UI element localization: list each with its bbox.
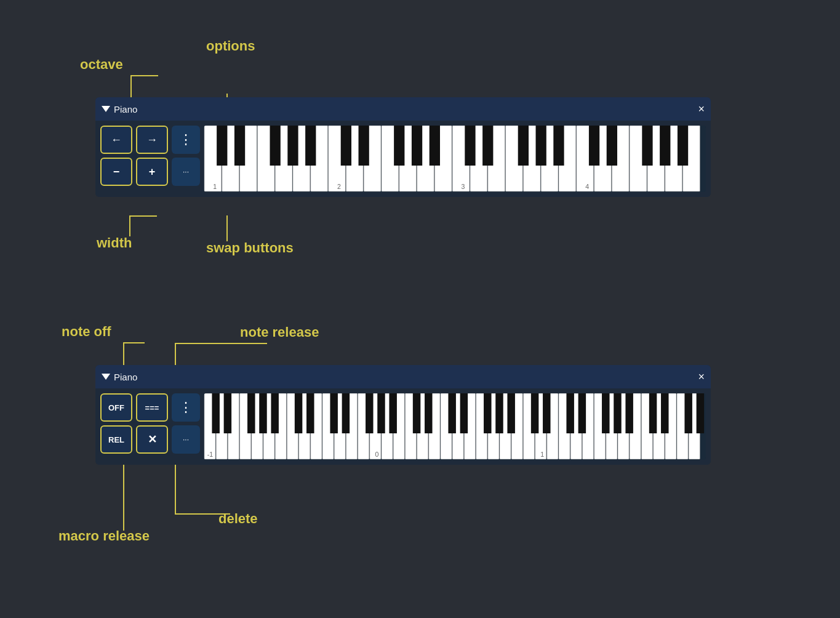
svg-rect-111 bbox=[460, 393, 468, 433]
svg-rect-124 bbox=[684, 393, 692, 433]
svg-rect-109 bbox=[425, 393, 432, 433]
width-ann-line-v bbox=[129, 215, 130, 236]
swap-buttons-annotation-label: swap buttons bbox=[206, 240, 294, 256]
note-off-ann-line-h bbox=[123, 342, 145, 343]
piano-svg-2: -1 0 1 bbox=[204, 393, 706, 460]
svg-rect-43 bbox=[553, 126, 564, 166]
svg-rect-35 bbox=[359, 126, 369, 166]
svg-rect-117 bbox=[566, 393, 574, 433]
note-off-annotation-label: note off bbox=[62, 324, 111, 340]
svg-rect-48 bbox=[678, 126, 688, 166]
piano-keyboard-2: -1 0 1 bbox=[204, 393, 706, 460]
svg-rect-104 bbox=[342, 393, 350, 433]
svg-rect-33 bbox=[305, 126, 316, 166]
close-button-1[interactable]: × bbox=[698, 103, 705, 114]
svg-rect-121 bbox=[625, 393, 633, 433]
svg-rect-99 bbox=[259, 393, 266, 433]
close-button-2[interactable]: × bbox=[698, 371, 705, 382]
note-off-btn-label: OFF bbox=[108, 403, 124, 412]
octave-left-button[interactable]: ← bbox=[100, 126, 132, 154]
width-minus-button[interactable]: − bbox=[100, 158, 132, 186]
svg-text:2: 2 bbox=[337, 183, 341, 190]
svg-rect-39 bbox=[465, 126, 475, 166]
controls-panel-2: OFF === ⋮ REL ✕ ··· bbox=[100, 393, 200, 460]
svg-rect-44 bbox=[589, 126, 599, 166]
octave-controls-row: ← → ⋮ bbox=[100, 126, 200, 154]
piano-body-1: ← → ⋮ − + ··· /* inline SVG content */ bbox=[95, 121, 711, 197]
macro-release-annotation-label: macro release bbox=[58, 528, 150, 544]
svg-rect-47 bbox=[660, 126, 670, 166]
width-ann-line-h bbox=[129, 215, 157, 217]
svg-rect-40 bbox=[482, 126, 493, 166]
svg-text:0: 0 bbox=[375, 451, 378, 458]
svg-rect-41 bbox=[518, 126, 529, 166]
svg-rect-123 bbox=[661, 393, 668, 433]
piano-header-2: Piano × bbox=[95, 365, 711, 388]
piano-header-1: Piano × bbox=[95, 97, 711, 121]
width-annotation-label: width bbox=[97, 235, 132, 251]
svg-rect-31 bbox=[270, 126, 281, 166]
svg-rect-122 bbox=[649, 393, 657, 433]
svg-rect-98 bbox=[247, 393, 255, 433]
delete-button[interactable]: ✕ bbox=[136, 425, 168, 454]
options-button-2[interactable]: ⋮ bbox=[172, 393, 200, 422]
svg-rect-114 bbox=[507, 393, 514, 433]
note-release-annotation-label: note release bbox=[240, 324, 319, 340]
swap-button-2[interactable]: ··· bbox=[172, 425, 200, 454]
svg-rect-102 bbox=[306, 393, 314, 433]
note-off-button[interactable]: OFF bbox=[100, 393, 132, 422]
collapse-triangle-icon-1[interactable] bbox=[102, 106, 110, 112]
svg-rect-96 bbox=[212, 393, 219, 433]
piano-header-left-1: Piano bbox=[102, 104, 137, 114]
svg-rect-37 bbox=[412, 126, 422, 166]
octave-annotation-label: octave bbox=[80, 57, 123, 73]
svg-rect-45 bbox=[607, 126, 617, 166]
delete-btn-label: ✕ bbox=[148, 433, 157, 446]
svg-rect-101 bbox=[295, 393, 302, 433]
svg-rect-107 bbox=[389, 393, 396, 433]
note-release-ann-line-h bbox=[175, 343, 267, 344]
svg-rect-105 bbox=[366, 393, 373, 433]
svg-rect-118 bbox=[578, 393, 586, 433]
note-off-controls-row: OFF === ⋮ bbox=[100, 393, 200, 422]
macro-release-btn-label: REL bbox=[108, 435, 124, 444]
delete-ann-line-h bbox=[175, 513, 230, 515]
octave-right-button[interactable]: → bbox=[136, 126, 168, 154]
svg-rect-116 bbox=[543, 393, 550, 433]
octave-ann-line-h bbox=[130, 75, 158, 76]
note-release-button[interactable]: === bbox=[136, 393, 168, 422]
width-plus-button[interactable]: + bbox=[136, 158, 168, 186]
svg-text:1: 1 bbox=[540, 451, 544, 458]
svg-rect-34 bbox=[341, 126, 351, 166]
width-controls-row: − + ··· bbox=[100, 158, 200, 186]
svg-rect-103 bbox=[330, 393, 337, 433]
svg-rect-29 bbox=[217, 126, 227, 166]
collapse-triangle-icon-2[interactable] bbox=[102, 374, 110, 380]
piano-header-left-2: Piano bbox=[102, 372, 137, 382]
swap-ann-line-v bbox=[226, 215, 228, 241]
swap-button-1[interactable]: ··· bbox=[172, 158, 200, 186]
piano-body-2: OFF === ⋮ REL ✕ ··· bbox=[95, 388, 711, 465]
svg-text:3: 3 bbox=[462, 183, 465, 190]
options-button-1[interactable]: ⋮ bbox=[172, 126, 200, 154]
svg-rect-32 bbox=[287, 126, 298, 166]
piano-widget-1: Piano × ← → ⋮ − + ··· /* inline SVG cont… bbox=[95, 97, 711, 197]
options-annotation-label: options bbox=[206, 38, 255, 54]
svg-rect-120 bbox=[614, 393, 621, 433]
svg-rect-125 bbox=[697, 393, 704, 433]
svg-rect-113 bbox=[495, 393, 503, 433]
svg-rect-106 bbox=[377, 393, 385, 433]
macro-rel-controls-row: REL ✕ ··· bbox=[100, 425, 200, 454]
svg-rect-46 bbox=[642, 126, 652, 166]
note-release-btn-label: === bbox=[145, 403, 159, 412]
svg-rect-38 bbox=[430, 126, 440, 166]
svg-rect-115 bbox=[531, 393, 538, 433]
svg-text:4: 4 bbox=[585, 183, 589, 190]
piano-widget-2: Piano × OFF === ⋮ REL ✕ ··· bbox=[95, 365, 711, 465]
svg-text:1: 1 bbox=[213, 183, 217, 190]
piano-svg-1: /* inline SVG content */ bbox=[204, 126, 706, 192]
svg-rect-30 bbox=[234, 126, 245, 166]
macro-release-button[interactable]: REL bbox=[100, 425, 132, 454]
svg-text:-1: -1 bbox=[207, 451, 213, 458]
svg-rect-100 bbox=[271, 393, 278, 433]
